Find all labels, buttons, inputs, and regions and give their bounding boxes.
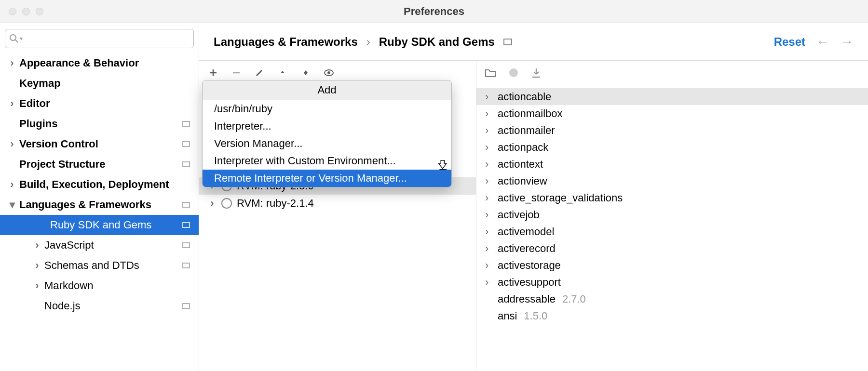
gem-row[interactable]: ›activesupport — [476, 274, 868, 291]
add-sdk-popup: Add /usr/bin/rubyInterpreter...Version M… — [202, 80, 452, 187]
breadcrumb-parent[interactable]: Languages & Frameworks — [214, 35, 358, 49]
download-button[interactable] — [531, 67, 541, 80]
project-scope-icon — [503, 39, 512, 45]
chevron-icon — [33, 259, 41, 272]
gem-name: active_storage_validations — [498, 192, 623, 204]
project-scope-icon — [182, 222, 190, 228]
breadcrumb-separator: › — [366, 35, 370, 49]
sidebar-item-javascript[interactable]: JavaScript — [5, 235, 194, 255]
sidebar-item-label: JavaScript — [44, 239, 94, 252]
sidebar-item-label: Editor — [19, 97, 50, 110]
gems-column: ›actioncable›actionmailbox›actionmailer›… — [476, 61, 868, 371]
sidebar-item-label: Project Structure — [19, 158, 106, 171]
chevron-icon — [33, 239, 41, 252]
add-sdk-button[interactable] — [208, 67, 218, 78]
sidebar-item-languages-frameworks[interactable]: Languages & Frameworks — [5, 195, 194, 215]
gem-row[interactable]: ›actionview — [476, 172, 868, 189]
edit-sdk-button[interactable] — [254, 67, 265, 78]
sidebar-item-project-structure[interactable]: Project Structure — [5, 154, 194, 174]
gem-toolbar — [476, 66, 868, 88]
sidebar-item-schemas-and-dtds[interactable]: Schemas and DTDs — [5, 255, 194, 276]
sidebar-item-version-control[interactable]: Version Control — [5, 134, 194, 154]
project-scope-icon — [182, 121, 190, 127]
gem-row[interactable]: ›actionpack — [476, 139, 868, 156]
gem-name: actiontext — [498, 158, 543, 171]
gem-row[interactable]: ›actioncable — [476, 88, 868, 105]
minimize-window-button[interactable] — [22, 8, 30, 15]
open-folder-button[interactable] — [485, 68, 496, 80]
sidebar-item-label: Schemas and DTDs — [44, 259, 139, 272]
gem-row[interactable]: ›activerecord — [476, 240, 868, 257]
sidebar-item-label: Keymap — [19, 77, 61, 90]
gem-row[interactable]: ›actiontext — [476, 156, 868, 172]
close-window-button[interactable] — [9, 8, 16, 15]
project-scope-icon — [182, 242, 190, 248]
popup-item[interactable]: /usr/bin/ruby — [203, 100, 451, 118]
sdk-label: RVM: ruby-2.1.4 — [237, 197, 314, 210]
sidebar-item-label: Appearance & Behavior — [19, 57, 139, 69]
reset-button[interactable]: Reset — [774, 35, 805, 49]
chevron-icon — [8, 97, 16, 110]
sidebar-item-label: Languages & Frameworks — [19, 199, 151, 211]
sidebar-item-build-execution-deployment[interactable]: Build, Execution, Deployment — [5, 174, 194, 195]
sidebar-item-editor[interactable]: Editor — [5, 93, 194, 114]
sidebar-item-node-js[interactable]: Node.js — [5, 296, 194, 316]
chevron-icon: › — [485, 259, 495, 272]
search-input[interactable]: ▾ — [5, 29, 194, 48]
search-icon — [9, 34, 19, 43]
gem-row[interactable]: addressable2.7.0 — [476, 291, 868, 307]
gem-name: ansi — [498, 310, 517, 322]
sdk-list-row[interactable]: RVM: ruby-2.1.4 — [199, 195, 476, 212]
sidebar-item-label: Plugins — [19, 118, 57, 130]
radio-button[interactable] — [221, 198, 232, 209]
search-dropdown-icon[interactable]: ▾ — [20, 35, 23, 42]
gem-row[interactable]: ›actionmailbox — [476, 105, 868, 122]
chevron-icon: › — [485, 276, 495, 289]
show-paths-button[interactable] — [324, 67, 334, 78]
popup-item[interactable]: Version Manager... — [203, 135, 451, 152]
gem-name: addressable — [498, 293, 556, 305]
gem-name: activejob — [498, 209, 540, 221]
popup-item[interactable]: Interpreter... — [203, 118, 451, 135]
gem-name: activesupport — [498, 276, 561, 289]
svg-point-4 — [509, 68, 518, 77]
chevron-icon: › — [485, 158, 495, 171]
sidebar-item-appearance-behavior[interactable]: Appearance & Behavior — [5, 53, 194, 73]
collapse-all-button[interactable] — [277, 67, 288, 78]
gem-row[interactable]: ›active_storage_validations — [476, 189, 868, 206]
sidebar-item-markdown[interactable]: Markdown — [5, 276, 194, 296]
project-scope-icon — [182, 202, 190, 208]
cursor-icon — [437, 159, 449, 175]
svg-line-1 — [15, 40, 18, 42]
remove-sdk-button[interactable] — [231, 67, 242, 78]
chevron-icon — [8, 138, 16, 150]
chevron-icon — [8, 199, 16, 210]
sidebar-item-label: Version Control — [19, 138, 98, 150]
gem-row[interactable]: ansi1.5.0 — [476, 307, 868, 324]
gem-row[interactable]: ›activestorage — [476, 257, 868, 274]
popup-item[interactable]: Remote Interpreter or Version Manager... — [203, 170, 451, 187]
sidebar-item-keymap[interactable]: Keymap — [5, 73, 194, 93]
gem-row[interactable]: ›actionmailer — [476, 122, 868, 139]
project-scope-icon — [182, 161, 190, 167]
gem-row[interactable]: ›activemodel — [476, 223, 868, 240]
chevron-icon — [8, 178, 16, 191]
nav-back-button[interactable]: ← — [816, 34, 829, 50]
gem-name: actionmailer — [498, 124, 555, 137]
chevron-icon: › — [485, 175, 495, 187]
popup-item[interactable]: Interpreter with Custom Environment... — [203, 152, 451, 170]
nav-forward-button[interactable]: → — [840, 34, 854, 50]
settings-sidebar: ▾ Appearance & BehaviorKeymapEditorPlugi… — [0, 23, 199, 371]
chevron-icon — [33, 279, 41, 292]
gem-name: activerecord — [498, 242, 556, 255]
gem-name: actioncable — [498, 91, 551, 103]
expand-all-button[interactable] — [300, 67, 311, 78]
gem-action-button[interactable] — [508, 67, 519, 80]
gem-row[interactable]: ›activejob — [476, 206, 868, 223]
chevron-icon: › — [485, 124, 495, 137]
sidebar-item-ruby-sdk-and-gems[interactable]: Ruby SDK and Gems — [0, 215, 199, 235]
project-scope-icon — [182, 303, 190, 309]
maximize-window-button[interactable] — [36, 8, 43, 15]
sidebar-item-plugins[interactable]: Plugins — [5, 114, 194, 134]
chevron-icon: › — [485, 192, 495, 204]
